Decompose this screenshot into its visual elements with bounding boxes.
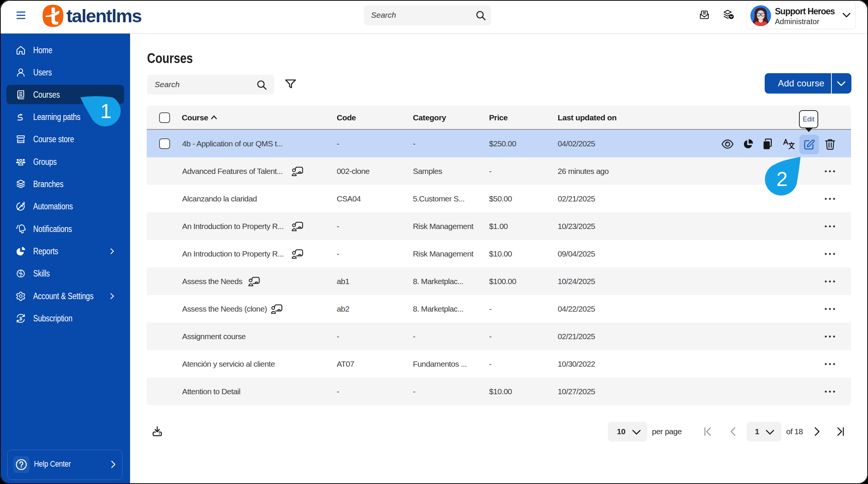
svg-text:2: 2 xyxy=(776,167,788,190)
svg-text:$: $ xyxy=(19,316,22,321)
svg-text:1: 1 xyxy=(100,100,112,122)
